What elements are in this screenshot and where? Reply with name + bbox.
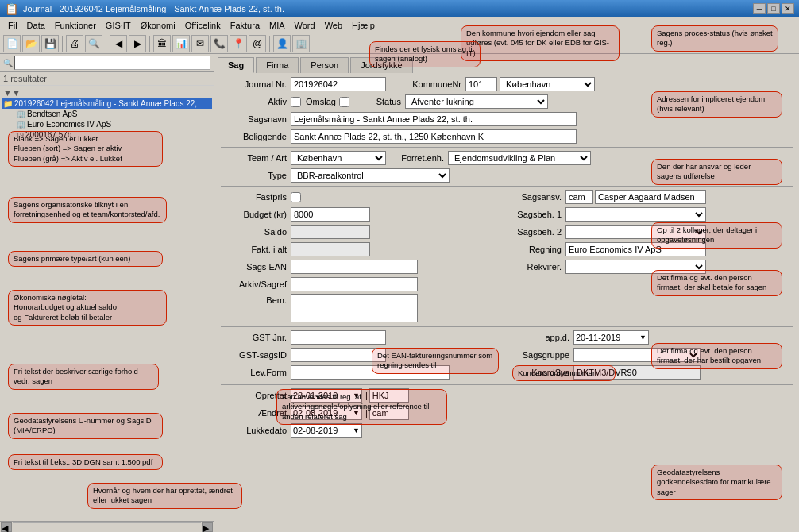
search-btn[interactable]: 🔍 <box>85 35 102 52</box>
oprettet-calendar-icon[interactable]: ▼ <box>353 391 360 399</box>
company-icon-2: 🏢 <box>16 120 25 129</box>
regning-input[interactable] <box>565 242 706 256</box>
tree-node-1[interactable]: 🏢 Bendtsen ApS <box>14 109 212 119</box>
aendret-user-input[interactable] <box>369 406 409 420</box>
tab-firma[interactable]: Firma <box>256 57 299 73</box>
tool5[interactable]: 📍 <box>230 35 247 52</box>
scroll-right[interactable]: ▶ <box>202 522 213 532</box>
oprettet-date-field[interactable]: ▼ <box>291 388 362 403</box>
appd-input[interactable] <box>576 333 639 342</box>
team-select[interactable]: København <box>291 151 386 165</box>
levform-input[interactable] <box>291 365 450 380</box>
menu-word[interactable]: Word <box>290 19 320 32</box>
lukkedato-calendar-icon[interactable]: ▼ <box>353 426 360 434</box>
forret-select[interactable]: Ejendomsudvikling & Plan <box>448 151 591 165</box>
budget-input[interactable] <box>291 207 370 222</box>
tree-node-2[interactable]: 🏢 Euro Economics IV ApS <box>14 119 212 129</box>
bem-textarea[interactable] <box>291 294 418 322</box>
menu-hjalp[interactable]: Hjælp <box>347 19 380 32</box>
rekvirer-select[interactable] <box>565 260 706 274</box>
sagsansv-label: Sagsansv. <box>510 192 565 202</box>
minimize-button[interactable]: ─ <box>753 3 766 14</box>
sagsnavn-input[interactable] <box>291 112 577 126</box>
forward-button[interactable]: ▶ <box>129 35 146 52</box>
oprettet-input[interactable] <box>293 391 353 400</box>
menu-faktura[interactable]: Faktura <box>226 19 264 32</box>
gst-sagsid-label: GST-sagsID <box>221 350 291 360</box>
tool4[interactable]: 📞 <box>210 35 228 52</box>
menu-mia[interactable]: MIA <box>264 19 290 32</box>
tab-jordstykke[interactable]: Jordstykke <box>350 57 413 73</box>
save-button[interactable]: 💾 <box>41 35 59 52</box>
sagsbeh2-select[interactable] <box>565 225 706 239</box>
journal-row: Journal Nr. KommuneNr København <box>221 76 793 92</box>
gst-right: app.d. ▼ Sagsgruppe <box>507 330 793 382</box>
menu-funktioner[interactable]: Funktioner <box>50 19 101 32</box>
gst-jnr-input[interactable] <box>291 330 386 345</box>
sagsbeh1-select[interactable] <box>565 207 706 222</box>
tree-expand-all[interactable]: ▼▼ <box>2 87 212 98</box>
aendret-date-field[interactable]: ▼ <box>291 406 362 420</box>
tool1[interactable]: 🏛 <box>153 35 171 52</box>
tab-sag[interactable]: Sag <box>218 57 254 73</box>
saldo-input[interactable] <box>291 225 370 239</box>
sagsgruppe-select[interactable] <box>573 348 701 362</box>
sagsansv-code-input[interactable] <box>565 190 593 204</box>
tool2[interactable]: 📊 <box>172 35 190 52</box>
main-area: 🔍 1 resultater ▼▼ 📁 201926042 Lejemålsmå… <box>0 54 799 532</box>
search-input[interactable] <box>14 56 210 70</box>
oprettet-user-input[interactable] <box>369 388 409 403</box>
results-label: 1 resultater <box>0 72 214 86</box>
title-bar: 📋 Journal - 201926042 Lejemålsmåling - S… <box>0 0 799 17</box>
menu-fil[interactable]: Fil <box>3 19 22 32</box>
oprettet-label: Oprettet <box>221 391 291 400</box>
menu-data[interactable]: Data <box>22 19 50 32</box>
scroll-left[interactable]: ◀ <box>1 522 12 532</box>
maximize-button[interactable]: □ <box>767 3 780 14</box>
koordsys-input[interactable] <box>573 365 701 380</box>
print-button[interactable]: 🖨 <box>66 35 83 52</box>
gst-section: GST Jnr. GST-sagsID Lev.Form <box>221 330 793 382</box>
kommune-name-select[interactable]: København <box>500 77 595 91</box>
company-icon: 🏢 <box>16 110 25 118</box>
appd-date-field[interactable]: ▼ <box>573 330 649 345</box>
lukkedato-date-field[interactable]: ▼ <box>291 423 362 438</box>
tab-person[interactable]: Person <box>300 57 349 73</box>
aendret-row: Ændret ▼ | <box>221 405 793 421</box>
tool3[interactable]: ✉ <box>191 35 209 52</box>
menu-okonomi[interactable]: Økonomi <box>136 19 180 32</box>
kommune-nr-input[interactable] <box>465 77 497 91</box>
beliggende-input[interactable] <box>291 129 577 144</box>
aktiv-checkbox[interactable] <box>291 97 301 107</box>
fastpris-checkbox[interactable] <box>291 192 301 202</box>
close-button[interactable]: ✕ <box>782 3 794 14</box>
lukkedato-label: Lukkedato <box>221 426 291 435</box>
new-button[interactable]: 📄 <box>3 35 21 52</box>
appd-calendar-icon[interactable]: ▼ <box>639 333 647 341</box>
aendret-calendar-icon[interactable]: ▼ <box>353 409 360 417</box>
omslag-checkbox[interactable] <box>339 97 349 107</box>
journal-nr-input[interactable] <box>291 77 386 91</box>
fakt-row: Fakt. i alt <box>221 241 504 257</box>
gst-sagsid-input[interactable] <box>291 348 386 362</box>
open-button[interactable]: 📂 <box>22 35 40 52</box>
lukkedato-input[interactable] <box>293 426 353 435</box>
status-select[interactable]: Afventer lukning <box>405 94 548 109</box>
tool7[interactable]: 👤 <box>273 35 291 52</box>
tree-node-selected[interactable]: 📁 201926042 Lejemålsmåling - Sankt Annæ … <box>2 98 212 109</box>
back-button[interactable]: ◀ <box>110 35 127 52</box>
menu-web[interactable]: Web <box>320 19 347 32</box>
sagsean-label: Sags EAN <box>221 262 291 272</box>
type-select[interactable]: BBR-arealkontrol <box>291 168 450 183</box>
arkiv-input[interactable] <box>291 277 418 291</box>
menu-officelink[interactable]: Officelink <box>180 19 226 32</box>
tool6[interactable]: @ <box>249 35 266 52</box>
tree-node-3[interactable]: 19 2000167 57b <box>14 129 212 140</box>
sagsean-input[interactable] <box>291 260 418 274</box>
menu-gisit[interactable]: GIS·IT <box>101 19 136 32</box>
fakt-input[interactable] <box>291 242 370 256</box>
bottom-scroll[interactable]: ◀ ▶ <box>0 521 214 532</box>
sagsansv-name-input[interactable] <box>595 190 706 204</box>
tool8[interactable]: 🏢 <box>292 35 310 52</box>
aendret-input[interactable] <box>293 408 353 418</box>
